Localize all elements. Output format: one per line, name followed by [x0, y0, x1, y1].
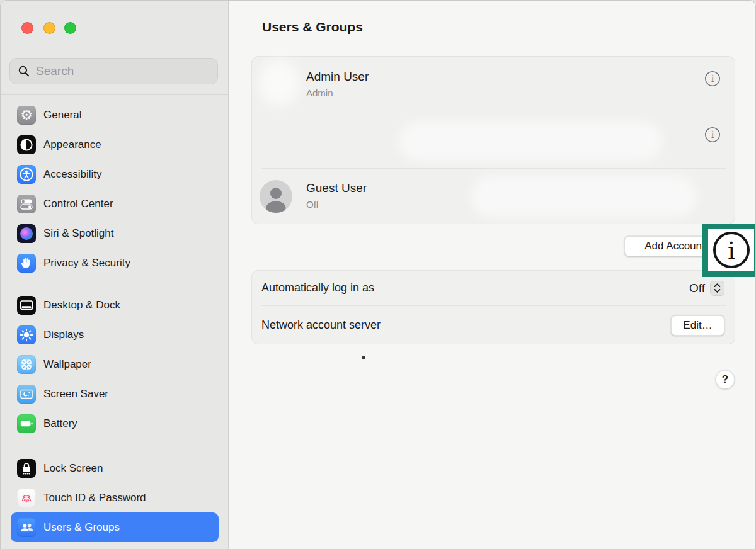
avatar [260, 180, 292, 213]
sidebar-item-screen-saver[interactable]: Screen Saver [11, 379, 219, 409]
moon-picture-icon [17, 385, 36, 404]
sidebar-item-touch-id[interactable]: Touch ID & Password [11, 483, 219, 512]
sidebar-item-displays[interactable]: Displays [11, 320, 219, 349]
sidebar-item-desktop-dock[interactable]: Desktop & Dock [11, 290, 219, 320]
desktop-dock-icon [17, 296, 36, 315]
search-input[interactable] [36, 64, 210, 78]
auto-login-value: Off [689, 281, 705, 295]
sidebar-item-label: Accessibility [43, 168, 102, 181]
user-row-redacted[interactable]: i [252, 113, 735, 168]
battery-icon [17, 414, 36, 433]
user-status: Off [306, 199, 319, 210]
sidebar-item-label: Lock Screen [43, 462, 103, 475]
search-field[interactable] [9, 58, 218, 84]
fingerprint-icon [17, 489, 36, 507]
search-icon [18, 65, 30, 77]
highlighted-info-icon[interactable]: i [702, 224, 756, 277]
svg-text:i: i [727, 237, 735, 264]
auto-login-row: Automatically log in as Off [252, 271, 735, 305]
help-button[interactable]: ? [716, 370, 735, 389]
minimize-button[interactable] [43, 22, 55, 34]
sidebar-item-label: Desktop & Dock [43, 299, 120, 312]
hand-icon [17, 254, 36, 273]
main-panel: Users & Groups Admin User Admin i i [229, 1, 755, 549]
sidebar-item-label: General [43, 109, 81, 122]
sidebar-item-siri-spotlight[interactable]: Siri & Spotlight [11, 218, 219, 248]
info-icon[interactable]: i [704, 71, 721, 87]
two-users-icon [17, 518, 36, 537]
redacted-blur [471, 176, 697, 217]
appearance-icon [17, 135, 36, 154]
user-row-admin[interactable]: Admin User Admin i [252, 57, 735, 113]
flower-icon [17, 355, 36, 374]
gear-icon: ⚙ [17, 106, 36, 125]
svg-text:i: i [711, 130, 714, 140]
network-server-row: Network account server Edit… [252, 305, 735, 345]
sidebar-item-accessibility[interactable]: Accessibility [11, 159, 219, 189]
user-role: Admin [306, 88, 333, 98]
sidebar-item-label: Touch ID & Password [43, 492, 146, 504]
sidebar-group-1: ⚙ General Appearance Accessibility [1, 100, 229, 278]
chevron-up-down-icon[interactable] [710, 281, 724, 296]
lock-icon [17, 459, 36, 478]
sidebar-divider [1, 94, 229, 95]
svg-text:i: i [711, 74, 714, 84]
sidebar-item-lock-screen[interactable]: Lock Screen [11, 453, 219, 483]
redacted-blur [398, 121, 663, 161]
sidebar-item-label: Appearance [43, 139, 101, 151]
setting-label: Network account server [261, 319, 671, 332]
sidebar-nav: ⚙ General Appearance Accessibility [1, 100, 229, 542]
accessibility-icon [17, 165, 36, 184]
system-settings-window: ⚙ General Appearance Accessibility [0, 0, 756, 549]
sidebar-item-label: Users & Groups [43, 521, 120, 534]
zoom-button[interactable] [64, 22, 76, 34]
control-center-icon [17, 195, 36, 213]
sidebar-item-general[interactable]: ⚙ General [11, 100, 219, 130]
login-settings-card: Automatically log in as Off Network acco… [251, 270, 735, 344]
page-title: Users & Groups [262, 20, 363, 35]
info-icon[interactable]: i [704, 127, 721, 143]
sidebar-item-label: Privacy & Security [43, 257, 130, 269]
sidebar-item-label: Displays [43, 329, 84, 341]
sidebar-item-label: Screen Saver [43, 388, 108, 400]
sidebar-item-label: Siri & Spotlight [43, 227, 114, 240]
brightness-sun-icon [17, 325, 36, 344]
sidebar-item-label: Wallpaper [43, 358, 91, 371]
stray-dot [362, 356, 365, 359]
siri-orb-icon [17, 224, 36, 243]
sidebar-item-control-center[interactable]: Control Center [11, 189, 219, 218]
users-list-card: Admin User Admin i i Gues [251, 56, 735, 224]
sidebar-item-label: Battery [43, 417, 77, 430]
user-row-guest[interactable]: Guest User Off [252, 168, 735, 225]
sidebar-item-wallpaper[interactable]: Wallpaper [11, 349, 219, 379]
sidebar: ⚙ General Appearance Accessibility [1, 1, 229, 549]
user-name: Admin User [306, 70, 369, 84]
sidebar-item-users-groups[interactable]: Users & Groups [11, 512, 219, 542]
sidebar-group-2: Desktop & Dock Displays [1, 290, 229, 438]
edit-button[interactable]: Edit… [671, 315, 724, 336]
sidebar-item-battery[interactable]: Battery [11, 409, 219, 438]
close-button[interactable] [21, 22, 33, 34]
sidebar-item-label: Control Center [43, 198, 113, 210]
user-name: Guest User [306, 181, 367, 195]
avatar [258, 60, 300, 106]
sidebar-group-3: Lock Screen Touch ID & Password [1, 453, 229, 542]
sidebar-item-privacy-security[interactable]: Privacy & Security [11, 248, 219, 278]
setting-label: Automatically log in as [261, 281, 689, 295]
sidebar-item-appearance[interactable]: Appearance [11, 130, 219, 159]
